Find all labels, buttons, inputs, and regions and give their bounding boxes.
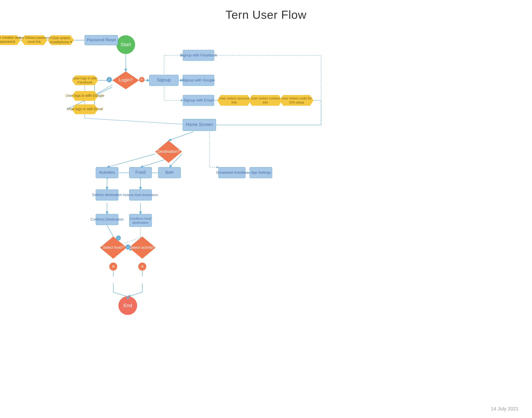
user-enters-account-label2: info [231, 100, 237, 104]
user-enters-code-label: User enters code for [281, 96, 312, 100]
app-settings-label: App Settings [251, 171, 271, 174]
svg-line-20 [140, 158, 169, 167]
user-logs-facebook-label: User logs in with [73, 76, 97, 80]
user-enters-account-label: User enters account [219, 96, 249, 100]
select-food-x-icon: ✕ [112, 264, 115, 269]
confirms-food-destination-label2: destination [132, 221, 149, 224]
home-screen-label: Home Screen [186, 122, 213, 127]
login-label: Login? [119, 77, 132, 82]
food-label: Food [135, 170, 146, 175]
user-enters-contact-label: User enters contact [251, 96, 280, 100]
end-label: End [123, 303, 132, 308]
scheduled-activities-label: Scheduled Activities [216, 171, 248, 174]
signup-email-label: Signup with Email [183, 98, 213, 102]
selects-food-destination-label: Selects food destination [123, 193, 158, 197]
select-activity-label: Select activity? [130, 245, 155, 250]
confirms-food-destination-label: Confirms food [130, 217, 151, 220]
user-enters-emailphone-label2: email/phone # [50, 40, 72, 44]
user-logs-email-label: User logs in with Email [67, 107, 103, 111]
select-food-label: Select food? [103, 245, 124, 250]
svg-line-43 [128, 292, 142, 297]
start-label: Start [121, 42, 131, 47]
svg-line-18 [169, 132, 193, 140]
signup-label: Signup [157, 77, 171, 82]
user-enters-contact-label2: info [263, 100, 268, 104]
svg-line-19 [107, 154, 155, 167]
confirms-food-check-icon: ✓ [117, 236, 120, 240]
signup-google-label: Signup with Google [182, 78, 215, 82]
login-check-icon: ✓ [108, 78, 111, 81]
login-x-icon: ✕ [140, 78, 143, 81]
user-logs-google-label: User logs in with Google [66, 94, 104, 97]
user-enters-code-label2: 2FA setup [289, 100, 304, 104]
select-food-check-icon: ✓ [127, 245, 129, 249]
date-label: 14 July 2021 [491, 406, 519, 412]
activities-label: Activities [99, 170, 115, 175]
confirms-food-destination-node [129, 214, 152, 227]
svg-line-34 [107, 225, 113, 236]
select-activity-x-icon: ✕ [141, 264, 144, 269]
both-label: Both [165, 170, 173, 175]
destination-label: Destination? [158, 149, 180, 154]
user-follows-reset-label2: reset link [27, 40, 41, 44]
svg-line-42 [113, 292, 128, 297]
user-creates-password-label: User creates new [0, 36, 22, 39]
user-follows-reset-label: User follows password [17, 36, 51, 39]
selects-destination-label: Selects destination [92, 193, 122, 197]
signup-facebook-label: Signup with Facebook [180, 53, 217, 57]
diagram-container: Tern User Flow [0, 0, 532, 418]
confirms-destination-label: Confirms Destination [91, 218, 124, 221]
password-reset-label: Password Reset [87, 38, 116, 42]
flowchart: Start Login? ✓ ✕ Password Reset User ent… [0, 0, 532, 418]
user-logs-facebook-label2: Facebook [78, 80, 92, 84]
user-creates-password-label2: password [0, 40, 15, 44]
user-enters-emailphone-label: User enters [52, 36, 70, 40]
